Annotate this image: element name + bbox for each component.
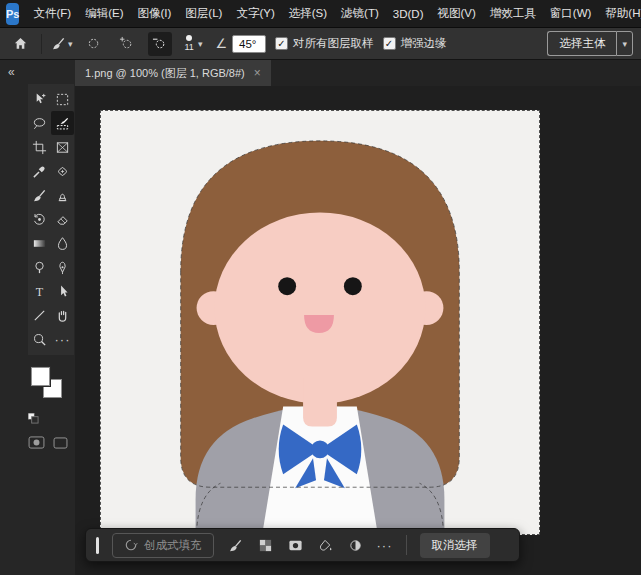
generate-icon — [124, 538, 138, 552]
brush-angle-control: ∠ 45° — [215, 35, 266, 53]
gradient-tool[interactable] — [28, 231, 51, 255]
brush-tool[interactable] — [28, 183, 51, 207]
crop-tool[interactable] — [28, 135, 51, 159]
photoshop-logo: Ps — [6, 3, 19, 25]
enhance-edge-label: 增强边缘 — [401, 36, 447, 51]
sample-all-layers-checkbox[interactable]: ✓ 对所有图层取样 — [275, 36, 374, 51]
photoshop-window: Ps 文件(F)编辑(E)图像(I)图层(L)文字(Y)选择(S)滤镜(T)3D… — [0, 0, 641, 575]
collapse-panels-button[interactable]: « — [0, 60, 75, 84]
select-subject-group: 选择主体 ▾ — [547, 31, 633, 56]
generative-fill-label: 创成式填充 — [144, 538, 202, 553]
select-subject-dropdown[interactable]: ▾ — [616, 31, 633, 56]
menu-items: 文件(F)编辑(E)图像(I)图层(L)文字(Y)选择(S)滤镜(T)3D(D)… — [26, 0, 641, 27]
subtract-from-selection-mode-button[interactable] — [148, 32, 172, 56]
menu-item[interactable]: 帮助(H) — [598, 0, 641, 27]
menu-item[interactable]: 增效工具 — [483, 0, 543, 27]
dodge-tool[interactable] — [28, 255, 51, 279]
menu-item[interactable]: 滤镜(T) — [334, 0, 386, 27]
healing-brush-tool[interactable] — [51, 159, 74, 183]
toolbox-footer — [28, 409, 74, 449]
menu-item[interactable]: 文件(F) — [26, 0, 78, 27]
zoom-tool[interactable] — [28, 327, 51, 351]
contextual-taskbar: 创成式填充 — [85, 528, 520, 562]
chevron-down-icon: ▾ — [622, 39, 627, 49]
menu-item[interactable]: 视图(V) — [430, 0, 482, 27]
menu-item[interactable]: 窗口(W) — [543, 0, 599, 27]
brush-settings-icon[interactable] — [227, 537, 244, 554]
left-eye — [278, 277, 296, 295]
angle-icon: ∠ — [215, 36, 227, 51]
brush-icon — [51, 36, 66, 51]
adjustment-icon[interactable] — [347, 537, 364, 554]
path-selection-tool[interactable] — [51, 279, 74, 303]
edit-toolbar-more-icon[interactable]: ··· — [51, 327, 74, 351]
document-canvas[interactable] — [100, 110, 540, 535]
face — [214, 213, 425, 404]
home-icon[interactable] — [8, 32, 32, 56]
svg-text:T: T — [36, 284, 44, 298]
chevron-down-icon: ▾ — [198, 39, 203, 49]
type-tool[interactable]: T — [28, 279, 51, 303]
pen-tool[interactable] — [51, 255, 74, 279]
divider — [406, 535, 407, 555]
hand-tool[interactable] — [51, 303, 74, 327]
document-tab-bar: 1.png @ 100% (图层 1, RGB/8#) × — [75, 60, 641, 86]
neck — [303, 378, 337, 427]
menu-item[interactable]: 选择(S) — [282, 0, 334, 27]
menu-item[interactable]: 图像(I) — [131, 0, 179, 27]
default-colors-icon[interactable] — [28, 413, 39, 424]
screen-mode-icon[interactable] — [53, 437, 68, 449]
select-subject-button[interactable]: 选择主体 — [547, 31, 616, 56]
angle-input[interactable]: 45° — [232, 35, 266, 53]
taskbar-drag-handle[interactable] — [96, 537, 99, 554]
brush-tip-preview — [186, 35, 192, 41]
clone-stamp-tool[interactable] — [51, 183, 74, 207]
sample-all-layers-label: 对所有图层取样 — [293, 36, 374, 51]
divider — [41, 34, 42, 54]
foreground-color-swatch[interactable] — [31, 367, 50, 386]
line-tool[interactable] — [28, 303, 51, 327]
color-swatches — [28, 365, 74, 407]
right-eye — [344, 277, 362, 295]
deselect-button[interactable]: 取消选择 — [420, 533, 490, 558]
history-brush-tool[interactable] — [28, 207, 51, 231]
frame-tool[interactable] — [51, 135, 74, 159]
document-tab-title: 1.png @ 100% (图层 1, RGB/8#) — [85, 66, 245, 81]
object-selection-tool[interactable] — [51, 111, 74, 135]
brush-size-picker[interactable]: 11 ▾ — [181, 34, 207, 53]
menu-item[interactable]: 编辑(E) — [78, 0, 130, 27]
eraser-tool[interactable] — [51, 207, 74, 231]
generative-fill-button[interactable]: 创成式填充 — [112, 533, 214, 558]
new-selection-mode-button[interactable] — [82, 32, 106, 56]
transparency-grid-icon[interactable] — [257, 537, 274, 554]
lasso-tool[interactable] — [28, 111, 51, 135]
close-icon[interactable]: × — [254, 66, 261, 80]
blur-tool[interactable] — [51, 231, 74, 255]
brush-size-value: 11 — [185, 43, 194, 52]
more-options-icon[interactable]: ··· — [377, 538, 393, 553]
checkbox-checked-icon[interactable]: ✓ — [275, 37, 288, 50]
menu-bar: Ps 文件(F)编辑(E)图像(I)图层(L)文字(Y)选择(S)滤镜(T)3D… — [0, 0, 641, 28]
add-to-selection-mode-button[interactable] — [115, 32, 139, 56]
menu-item[interactable]: 图层(L) — [178, 0, 229, 27]
document-tab[interactable]: 1.png @ 100% (图层 1, RGB/8#) × — [75, 60, 271, 86]
toolbox: T ··· — [28, 84, 74, 355]
double-chevron-left-icon: « — [8, 65, 15, 79]
quick-mask-icon[interactable] — [28, 436, 45, 449]
move-tool[interactable] — [28, 87, 51, 111]
canvas-area: 创成式填充 — [75, 86, 641, 575]
tool-preset-picker[interactable]: ▾ — [51, 36, 73, 51]
mask-icon[interactable] — [287, 537, 304, 554]
chevron-down-icon: ▾ — [68, 39, 73, 49]
menu-item[interactable]: 3D(D) — [386, 0, 431, 27]
menu-item[interactable]: 文字(Y) — [229, 0, 281, 27]
enhance-edge-checkbox[interactable]: ✓ 增强边缘 — [383, 36, 447, 51]
girl-illustration — [101, 111, 539, 534]
fill-icon[interactable] — [317, 537, 334, 554]
tools-panel: « — [0, 60, 75, 575]
eyedropper-tool[interactable] — [28, 159, 51, 183]
marquee-tool[interactable] — [51, 87, 74, 111]
tool-options-bar: ▾ 11 ▾ ∠ 45° ✓ 对所有图层取样 ✓ 增强边缘 — [0, 28, 641, 60]
checkbox-checked-icon[interactable]: ✓ — [383, 37, 396, 50]
